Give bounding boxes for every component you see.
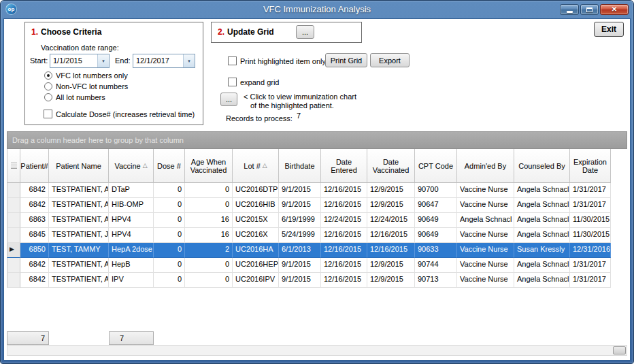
grid-cell[interactable]: 9/1/2015 <box>279 198 321 213</box>
grid-cell[interactable]: Angela Schnacl <box>514 213 570 228</box>
grid-cell[interactable]: 90647 <box>415 198 457 213</box>
grid-cell[interactable]: 0 <box>185 198 233 213</box>
grid-cell[interactable]: 9/1/2015 <box>279 183 321 198</box>
grid-cell[interactable]: 12/9/2015 <box>367 183 415 198</box>
grid-cell[interactable]: TESTPATIENT, AN <box>49 213 109 228</box>
grid-cell[interactable]: 1/31/2017 <box>570 198 611 213</box>
grid-cell[interactable]: Angela Schnacl <box>514 198 570 213</box>
grid-cell[interactable]: 11/30/2015 <box>570 228 611 243</box>
table-row[interactable]: 6842TESTPATIENT, ADIPV00UC2016IPV9/1/201… <box>7 273 611 288</box>
grid-cell[interactable]: 12/16/2015 <box>321 183 367 198</box>
grid-cell[interactable]: 6842 <box>20 273 49 288</box>
grid-cell[interactable]: 12/16/2015 <box>321 273 367 288</box>
table-row[interactable]: 6842TESTPATIENT, ADHIB-OMP00UC2016HIB9/1… <box>7 198 611 213</box>
grid-cell[interactable]: 2 <box>185 243 233 258</box>
grid-cell[interactable]: UC2016HA <box>233 243 279 258</box>
column-header-lot[interactable]: Lot #△ <box>233 149 279 183</box>
grid-cell[interactable]: TESTPATIENT, JIL <box>49 228 109 243</box>
grid-cell[interactable]: 90713 <box>415 273 457 288</box>
grid-cell[interactable]: Angela Schnacl <box>514 273 570 288</box>
row-selector[interactable]: ▶ <box>7 243 20 258</box>
grid-cell[interactable]: 16 <box>185 228 233 243</box>
grid-cell[interactable]: 9/1/2015 <box>279 273 321 288</box>
grid-cell[interactable]: 12/9/2015 <box>367 258 415 273</box>
grid-cell[interactable]: 90700 <box>415 183 457 198</box>
grid-cell[interactable]: HepA 2dose <box>109 243 154 258</box>
grid-cell[interactable]: 11/30/2015 <box>570 213 611 228</box>
group-by-bar[interactable]: Drag a column header here to group by th… <box>7 131 627 149</box>
row-selector[interactable] <box>7 198 20 213</box>
grid-cell[interactable]: Vaccine Nurse <box>457 273 514 288</box>
grid-cell[interactable]: 0 <box>154 243 185 258</box>
column-header-patient-name[interactable]: Patient Name <box>49 149 109 183</box>
column-header-birthdate[interactable]: Birthdate <box>279 149 321 183</box>
grid-cell[interactable]: 1/31/2017 <box>570 258 611 273</box>
grid-cell[interactable]: HIB-OMP <box>109 198 154 213</box>
grid-cell[interactable]: 9/1/2015 <box>279 258 321 273</box>
select-all-cell[interactable] <box>7 149 20 183</box>
title-bar[interactable]: op VFC Immunization Analysis ✕ <box>3 1 631 18</box>
expand-grid-checkbox[interactable]: expand grid <box>228 78 280 86</box>
grid-cell[interactable]: 12/24/2015 <box>321 213 367 228</box>
grid-cell[interactable]: 12/24/2015 <box>367 213 415 228</box>
grid-cell[interactable]: 0 <box>185 273 233 288</box>
start-date-combo[interactable]: 1/1/2015 ▼ <box>50 54 110 68</box>
grid-cell[interactable]: 90649 <box>415 213 457 228</box>
grid-cell[interactable]: 0 <box>154 228 185 243</box>
grid-cell[interactable]: UC2015X <box>233 213 279 228</box>
grid-cell[interactable]: 1/31/2017 <box>570 273 611 288</box>
scrollbar-thumb[interactable] <box>613 346 626 354</box>
print-highlighted-checkbox[interactable]: Print highlighted item only <box>228 56 326 65</box>
export-button[interactable]: Export <box>370 53 410 67</box>
grid-cell[interactable]: 0 <box>154 213 185 228</box>
grid-cell[interactable]: 90633 <box>415 243 457 258</box>
grid-cell[interactable]: 6845 <box>20 228 49 243</box>
table-row[interactable]: 6845TESTPATIENT, JILHPV4016UC2016X5/24/1… <box>7 228 611 243</box>
end-date-combo[interactable]: 12/1/2017 ▼ <box>133 54 195 68</box>
grid-cell[interactable]: 12/16/2015 <box>321 243 367 258</box>
grid-cell[interactable]: Susan Kressly <box>514 243 570 258</box>
grid-cell[interactable]: Vaccine Nurse <box>457 258 514 273</box>
grid-cell[interactable]: TESTPATIENT, AD <box>49 183 109 198</box>
column-header-counseled-by[interactable]: Counseled By <box>514 149 570 183</box>
column-header-patient[interactable]: Patient# <box>20 149 49 183</box>
grid-cell[interactable]: UC2016HIB <box>233 198 279 213</box>
grid-cell[interactable]: Angela Schnacl <box>457 213 514 228</box>
grid-cell[interactable]: 16 <box>185 213 233 228</box>
grid-cell[interactable]: TESTPATIENT, AD <box>49 198 109 213</box>
column-header-cpt-code[interactable]: CPT Code <box>415 149 457 183</box>
grid-cell[interactable]: 1/31/2017 <box>570 183 611 198</box>
grid-cell[interactable]: 6/19/1999 <box>279 213 321 228</box>
grid-cell[interactable]: 6/1/2013 <box>279 243 321 258</box>
grid-cell[interactable]: UC2016DTP <box>233 183 279 198</box>
minimize-button[interactable] <box>560 4 579 15</box>
grid-cell[interactable]: 12/16/2015 <box>321 198 367 213</box>
grid-cell[interactable]: 12/16/2015 <box>321 228 367 243</box>
grid-cell[interactable]: 12/31/2016 <box>570 243 611 258</box>
table-row[interactable]: ▶6850TEST, TAMMYHepA 2dose02UC2016HA6/1/… <box>7 243 611 258</box>
grid-cell[interactable]: Vaccine Nurse <box>457 228 514 243</box>
grid-cell[interactable]: UC2016X <box>233 228 279 243</box>
calculate-dose-checkbox[interactable]: Calculate Dose# (increases retrieval tim… <box>44 110 195 118</box>
grid-cell[interactable]: 0 <box>154 258 185 273</box>
grid-cell[interactable]: TESTPATIENT, AD <box>49 273 109 288</box>
grid-cell[interactable]: 12/16/2015 <box>321 258 367 273</box>
grid-cell[interactable]: 6842 <box>20 258 49 273</box>
exit-button[interactable]: Exit <box>594 22 624 37</box>
grid-cell[interactable]: 0 <box>154 273 185 288</box>
grid-cell[interactable]: TESTPATIENT, AD <box>49 258 109 273</box>
grid-cell[interactable]: Vaccine Nurse <box>457 183 514 198</box>
radio-all-lot-numbers[interactable]: All lot numbers <box>44 93 105 101</box>
view-chart-button[interactable]: ... <box>220 93 237 106</box>
grid-cell[interactable]: IPV <box>109 273 154 288</box>
grid-cell[interactable]: 6850 <box>20 243 49 258</box>
grid-cell[interactable]: Vaccine Nurse <box>457 198 514 213</box>
grid-cell[interactable]: HPV4 <box>109 228 154 243</box>
radio-vfc-lot-numbers-only[interactable]: VFC lot numbers only <box>44 71 128 80</box>
column-header-date-entered[interactable]: Date Entered <box>321 149 367 183</box>
column-header-age-when-vaccinated[interactable]: Age When Vaccinated <box>185 149 233 183</box>
grid-cell[interactable]: TEST, TAMMY <box>49 243 109 258</box>
chevron-down-icon[interactable]: ▼ <box>183 54 195 67</box>
chevron-down-icon[interactable]: ▼ <box>97 54 109 67</box>
grid-cell[interactable]: 90649 <box>415 228 457 243</box>
